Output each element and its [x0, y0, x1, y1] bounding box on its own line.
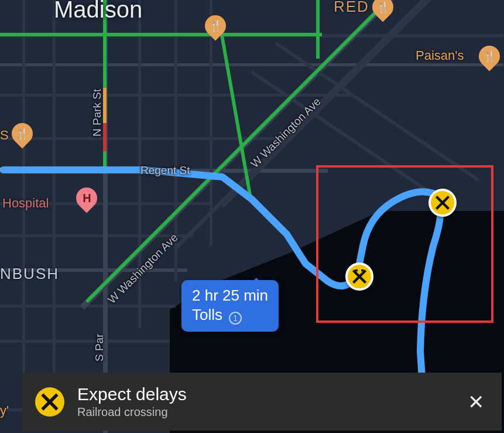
area-label-s: S: [0, 128, 9, 143]
highlight-box: [316, 165, 493, 323]
tolls-count-icon: 1: [229, 312, 242, 325]
route-duration: 2 hr 25 min: [192, 286, 268, 305]
close-button[interactable]: ✕: [463, 389, 489, 415]
route-tolls-label: Tolls: [192, 306, 222, 323]
label-y: y': [0, 403, 9, 418]
poi-paisans-label[interactable]: Paisan's: [416, 48, 464, 63]
map-canvas[interactable]: Madison RED NBUSH S y' N Park St S Par R…: [0, 0, 504, 433]
delay-notification: Expect delays Railroad crossing ✕: [22, 373, 502, 431]
area-label-nbush: NBUSH: [0, 265, 59, 283]
city-label: Madison: [54, 0, 142, 23]
notification-title: Expect delays: [77, 384, 450, 404]
restaurant-icon: 🍴: [483, 50, 496, 63]
area-label-red: RED: [334, 0, 369, 16]
notification-text: Expect delays Railroad crossing: [77, 384, 450, 419]
restaurant-icon: 🍴: [16, 127, 29, 140]
street-s-park: S Par: [93, 333, 106, 362]
hospital-icon: H: [83, 192, 91, 205]
notification-subtitle: Railroad crossing: [77, 405, 450, 419]
railroad-crossing-icon: [35, 387, 64, 417]
close-icon: ✕: [468, 390, 484, 414]
route-tolls-row: Tolls 1: [192, 305, 268, 325]
restaurant-icon: 🍴: [376, 1, 389, 13]
route-info-bubble[interactable]: 2 hr 25 min Tolls 1: [181, 280, 279, 332]
restaurant-icon: 🍴: [209, 19, 222, 32]
poi-hospital-label[interactable]: Hospital: [2, 196, 49, 211]
street-n-park: N Park St: [91, 89, 104, 137]
street-regent: Regent St: [140, 164, 190, 177]
